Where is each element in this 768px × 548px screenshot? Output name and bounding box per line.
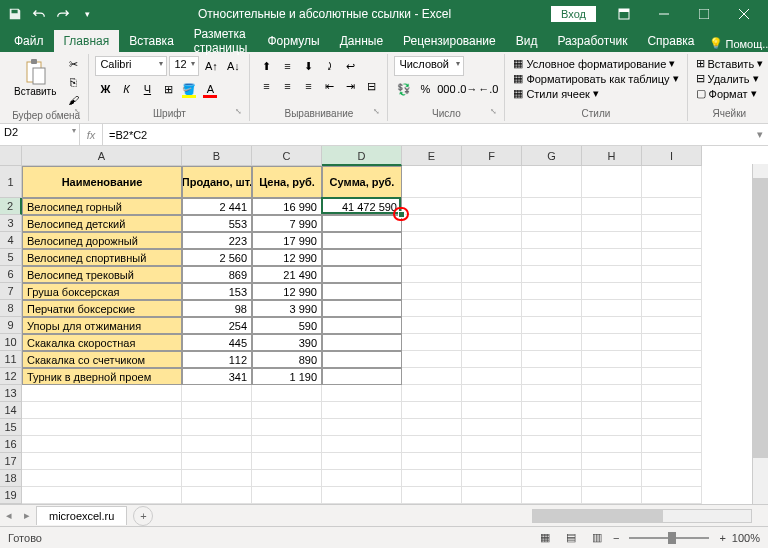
cell[interactable] [402, 249, 462, 266]
cell[interactable]: 7 990 [252, 215, 322, 232]
cell[interactable] [522, 317, 582, 334]
cell[interactable]: 223 [182, 232, 252, 249]
cell[interactable]: 98 [182, 300, 252, 317]
borders-icon[interactable]: ⊞ [158, 79, 178, 99]
cell[interactable]: 12 990 [252, 283, 322, 300]
align-launcher-icon[interactable]: ⤡ [373, 107, 385, 119]
currency-icon[interactable]: 💱 [394, 79, 414, 99]
cell[interactable] [252, 385, 322, 402]
cell[interactable] [402, 334, 462, 351]
page-break-view-icon[interactable]: ▥ [587, 529, 607, 547]
qat-customize-icon[interactable]: ▾ [76, 3, 98, 25]
cell[interactable] [402, 317, 462, 334]
cell[interactable] [22, 487, 182, 504]
cell[interactable]: Велосипед дорожный [22, 232, 182, 249]
col-header-C[interactable]: C [252, 146, 322, 166]
cell[interactable] [462, 385, 522, 402]
cell[interactable] [582, 436, 642, 453]
format-painter-icon[interactable]: 🖌 [64, 92, 82, 108]
cell[interactable] [402, 419, 462, 436]
cell[interactable]: Скакалка со счетчиком [22, 351, 182, 368]
inc-decimal-icon[interactable]: .0→ [457, 79, 477, 99]
row-header[interactable]: 3 [0, 215, 22, 232]
minimize-icon[interactable] [644, 0, 684, 28]
normal-view-icon[interactable]: ▦ [535, 529, 555, 547]
row-header[interactable]: 1 [0, 166, 22, 198]
cell[interactable]: Велосипед детский [22, 215, 182, 232]
cell[interactable]: Наименование [22, 166, 182, 198]
cell[interactable] [402, 470, 462, 487]
cell[interactable] [522, 453, 582, 470]
name-box[interactable]: D2 [0, 124, 80, 145]
cell[interactable] [582, 453, 642, 470]
cell[interactable] [402, 351, 462, 368]
cell[interactable] [642, 351, 702, 368]
cell[interactable] [642, 385, 702, 402]
tab-layout[interactable]: Разметка страницы [184, 30, 258, 52]
italic-button[interactable]: К [116, 79, 136, 99]
decrease-font-icon[interactable]: A↓ [223, 56, 243, 76]
cell[interactable]: Турник в дверной проем [22, 368, 182, 385]
dec-decimal-icon[interactable]: ←.0 [478, 79, 498, 99]
format-as-table-button[interactable]: ▦Форматировать как таблицу ▾ [511, 71, 680, 86]
cell[interactable] [402, 232, 462, 249]
cell[interactable] [252, 419, 322, 436]
cell[interactable] [462, 300, 522, 317]
cell[interactable] [402, 487, 462, 504]
percent-icon[interactable]: % [415, 79, 435, 99]
row-header[interactable]: 12 [0, 368, 22, 385]
col-header-I[interactable]: I [642, 146, 702, 166]
cell[interactable]: Упоры для отжимания [22, 317, 182, 334]
cell[interactable] [582, 249, 642, 266]
cell[interactable] [522, 232, 582, 249]
cell[interactable] [642, 402, 702, 419]
cell[interactable] [252, 436, 322, 453]
cell[interactable] [522, 334, 582, 351]
cell[interactable] [462, 198, 522, 215]
cell[interactable] [642, 266, 702, 283]
cell[interactable] [322, 283, 402, 300]
fill-color-icon[interactable]: 🪣 [179, 79, 199, 99]
cell[interactable] [582, 266, 642, 283]
cell[interactable] [322, 232, 402, 249]
comma-icon[interactable]: 000 [436, 79, 456, 99]
cell[interactable] [642, 249, 702, 266]
cell[interactable]: Сумма, руб. [322, 166, 402, 198]
underline-button[interactable]: Ч [137, 79, 157, 99]
row-header[interactable]: 15 [0, 419, 22, 436]
cell[interactable] [322, 453, 402, 470]
cell[interactable]: 21 490 [252, 266, 322, 283]
fill-handle[interactable] [398, 211, 405, 218]
cell[interactable] [582, 470, 642, 487]
col-header-B[interactable]: B [182, 146, 252, 166]
cell[interactable] [642, 317, 702, 334]
redo-icon[interactable] [52, 3, 74, 25]
cell[interactable] [22, 402, 182, 419]
cell[interactable] [402, 166, 462, 198]
cell[interactable]: 341 [182, 368, 252, 385]
row-header[interactable]: 2 [0, 198, 22, 215]
sheet-tab[interactable]: microexcel.ru [36, 506, 127, 525]
orientation-icon[interactable]: ⤸ [319, 56, 339, 76]
cell[interactable] [22, 385, 182, 402]
cell[interactable] [402, 453, 462, 470]
cell[interactable] [522, 215, 582, 232]
align-top-icon[interactable]: ⬆ [256, 56, 276, 76]
cell[interactable] [642, 487, 702, 504]
tab-file[interactable]: Файл [4, 30, 54, 52]
tab-insert[interactable]: Вставка [119, 30, 184, 52]
increase-font-icon[interactable]: A↑ [201, 56, 221, 76]
row-header[interactable]: 17 [0, 453, 22, 470]
cell[interactable]: 590 [252, 317, 322, 334]
number-launcher-icon[interactable]: ⤡ [490, 107, 502, 119]
cell[interactable] [462, 487, 522, 504]
cell[interactable] [582, 166, 642, 198]
cell[interactable]: Скакалка скоростная [22, 334, 182, 351]
cell[interactable] [402, 215, 462, 232]
cell[interactable] [582, 334, 642, 351]
cell[interactable]: 2 441 [182, 198, 252, 215]
col-header-F[interactable]: F [462, 146, 522, 166]
cell[interactable] [402, 385, 462, 402]
cell[interactable]: Велосипед спортивный [22, 249, 182, 266]
cell[interactable]: Велосипед трековый [22, 266, 182, 283]
